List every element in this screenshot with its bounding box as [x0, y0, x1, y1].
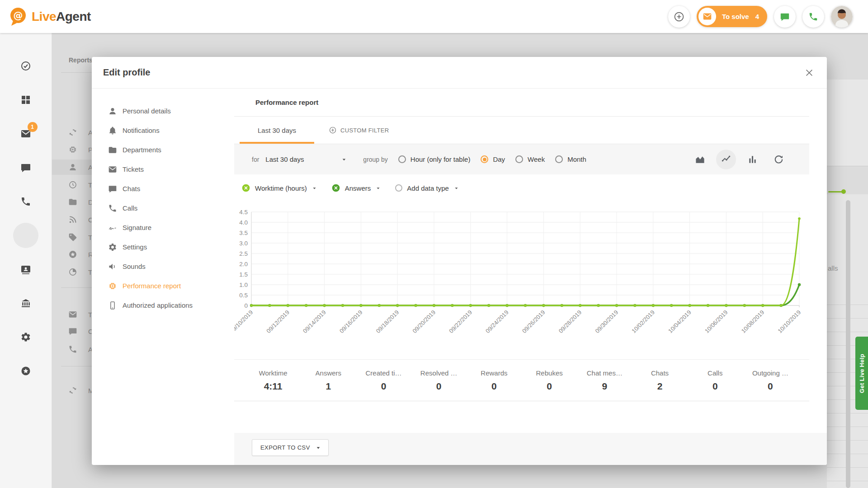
chip-add-data-type[interactable]: Add data type [395, 184, 460, 192]
app-sidebar: 1 [0, 33, 52, 488]
chip-worktime-hours-[interactable]: Worktime (hours) [241, 183, 318, 192]
sidebar-item-check-circle[interactable] [9, 49, 43, 83]
radio-icon [555, 155, 563, 163]
stat-label: Rewards [481, 369, 507, 377]
radio-hour-only-for-table-[interactable]: Hour (only for table) [398, 155, 471, 163]
menu-item-calls[interactable]: Calls [92, 198, 234, 218]
sidebar-item-gear[interactable] [9, 320, 43, 354]
chip-answers[interactable]: Answers [331, 183, 382, 192]
chats-header-button[interactable] [774, 6, 796, 28]
svg-text:09/28/2019: 09/28/2019 [557, 309, 583, 335]
export-to-csv-button[interactable]: EXPORT TO CSV [252, 439, 329, 456]
tab-custom-filter[interactable]: CUSTOM FILTER [322, 117, 395, 144]
liveagent-logo[interactable]: @ LiveAgent [7, 5, 91, 28]
performance-report-panel: Performance report Last 30 days CUSTOM F… [234, 89, 809, 465]
sidebar-item-mail[interactable]: 1 [9, 117, 43, 150]
menu-item-settings[interactable]: Settings [92, 237, 234, 257]
remove-series-icon[interactable] [331, 183, 340, 192]
radio-day[interactable]: Day [481, 155, 505, 163]
menu-item-label: Notifications [123, 127, 160, 134]
calls-header-button[interactable] [802, 6, 824, 28]
date-range-select[interactable]: Last 30 days [265, 155, 348, 163]
column-header-chats[interactable]: ↑↓Chats [649, 463, 697, 465]
svg-text:2.0: 2.0 [239, 261, 248, 267]
page-scrollbar[interactable] [846, 200, 850, 488]
sidebar-item-phone[interactable] [9, 184, 43, 218]
column-header-calls[interactable]: ↑↓Calls [697, 463, 750, 465]
caret-down-icon [340, 156, 348, 163]
svg-text:10/08/2019: 10/08/2019 [740, 309, 766, 335]
stat-label: Rebukes [536, 369, 563, 377]
menu-item-label: Chats [123, 185, 140, 192]
get-live-help-button[interactable]: Get Live Help [855, 337, 868, 410]
speaker-icon [108, 262, 117, 271]
svg-text:09/16/2019: 09/16/2019 [338, 309, 364, 335]
radio-week[interactable]: Week [515, 155, 545, 163]
caret-down-icon[interactable] [375, 185, 382, 192]
svg-text:09/18/2019: 09/18/2019 [375, 309, 401, 335]
stat-label: Outgoing … [752, 369, 788, 377]
report-table: ↓Date↑↓Worktime↑↓Answers↑↓Created ticket… [234, 463, 827, 465]
refresh-view-button[interactable] [769, 150, 788, 169]
radio-month[interactable]: Month [555, 155, 586, 163]
menu-item-label: Calls [123, 204, 137, 212]
stat-value: 0 [491, 381, 497, 392]
radio-label: Day [493, 155, 505, 163]
bar-chart-view-button[interactable] [742, 150, 762, 169]
to-solve-button[interactable]: To solve 4 [697, 6, 767, 27]
mail-icon [108, 165, 117, 174]
smartphone-icon [108, 301, 117, 310]
sidebar-item-star-circle[interactable] [9, 354, 43, 388]
column-header-outgoing-calls[interactable]: ↑↓Outgoing calls [750, 463, 807, 465]
caret-down-icon[interactable] [453, 185, 460, 192]
line-chart-icon [721, 154, 731, 164]
close-icon[interactable] [804, 68, 814, 78]
logo-wordmark: LiveAgent [32, 9, 91, 24]
menu-item-departments[interactable]: Departments [92, 140, 234, 160]
sidebar-item-contact-card[interactable] [9, 252, 43, 286]
radio-label: Month [567, 155, 586, 163]
to-solve-label: To solve [722, 13, 749, 20]
svg-text:10/10/2019: 10/10/2019 [776, 309, 802, 335]
column-header-resolved-ticke[interactable]: ↑↓Resolved ticke [443, 463, 495, 465]
column-header-date[interactable]: ↓Date [242, 463, 284, 465]
menu-item-tickets[interactable]: Tickets [92, 160, 234, 179]
stat-rebukes: Rebukes0 [522, 360, 577, 401]
column-header-created-ticket[interactable]: ↑↓Created ticket [388, 463, 443, 465]
menu-item-notifications[interactable]: Notifications [92, 121, 234, 140]
column-header-chat-message[interactable]: ↑↓Chat message [593, 463, 649, 465]
sidebar-item-chat[interactable] [9, 150, 43, 184]
top-header: @ LiveAgent To solve 4 [0, 0, 868, 33]
menu-item-sounds[interactable]: Sounds [92, 257, 234, 276]
area-chart-view-button[interactable] [690, 150, 710, 169]
radio-label: Hour (only for table) [410, 155, 471, 163]
radio-icon [398, 155, 406, 163]
column-header-worktime[interactable]: ↑↓Worktime [284, 463, 336, 465]
sidebar-item-sync[interactable] [9, 218, 43, 252]
sidebar-item-dashboard[interactable] [9, 83, 43, 117]
remove-series-icon[interactable] [241, 183, 250, 192]
column-header-answers[interactable]: ↑↓Answers [336, 463, 388, 465]
stat-value: 9 [602, 381, 607, 392]
menu-item-authorized-applications[interactable]: Authorized applications [92, 296, 234, 315]
tab-last-30-days[interactable]: Last 30 days [240, 117, 314, 144]
add-new-button[interactable] [668, 6, 690, 28]
sidebar-item-bank[interactable] [9, 286, 43, 320]
svg-text:09/12/2019: 09/12/2019 [265, 309, 291, 335]
user-avatar[interactable] [831, 6, 853, 28]
menu-item-personal-details[interactable]: Personal details [92, 101, 234, 121]
stat-value: 0 [381, 381, 387, 392]
column-header-rewards[interactable]: ↑↓Rewards [495, 463, 543, 465]
menu-item-performance-report[interactable]: Performance report [92, 276, 234, 296]
caret-down-icon[interactable] [311, 185, 318, 192]
performance-icon [108, 282, 117, 291]
menu-item-label: Performance report [123, 282, 181, 290]
stat-value: 1 [326, 381, 331, 392]
stat-label: Chat mes… [587, 369, 623, 377]
svg-text:1.0: 1.0 [239, 282, 248, 288]
menu-item-signature[interactable]: Signature [92, 218, 234, 237]
menu-item-chats[interactable]: Chats [92, 179, 234, 198]
get-live-help-label: Get Live Help [859, 354, 865, 393]
line-chart-view-button[interactable] [716, 150, 736, 169]
column-header-rebukes[interactable]: ↑↓Rebukes [543, 463, 593, 465]
